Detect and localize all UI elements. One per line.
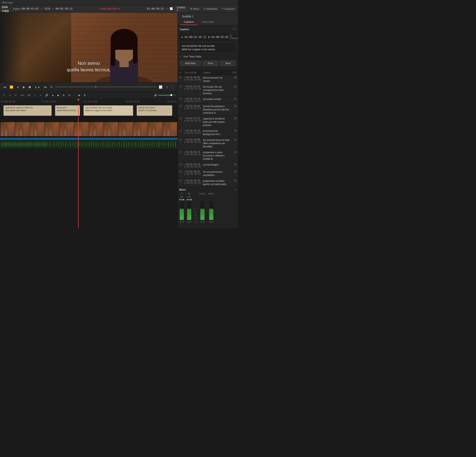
go-to-start-button[interactable]: ⏮ [2, 85, 7, 89]
project-name[interactable]: Final Edit SVA [100, 7, 117, 10]
loop-button[interactable]: ↻ [49, 85, 54, 89]
thumb-2 [15, 122, 30, 136]
add-new-button[interactable]: Add New [180, 60, 201, 66]
caption-row[interactable]: 40 ▶ 01:01:22:15 ⏹ 01:01:25:12 capacità … [178, 116, 238, 128]
subtitle-clip-3[interactable]: non provenivo da una scuoladella Ivy Lea… [84, 105, 133, 116]
metadata-button[interactable]: 🏷 Metadata [203, 7, 219, 11]
magnet-tool[interactable]: 🔗 [44, 93, 50, 97]
ripple-tool[interactable]: ≈ [39, 93, 42, 97]
project-dropdown-icon[interactable]: ▾ [119, 7, 120, 10]
caption-row[interactable]: 43 ▶ 01:01:32:12 ⏹ 01:01:35:11 prosperar… [178, 150, 238, 162]
col-header-time: Time In/Out [184, 71, 203, 74]
caption-row[interactable]: 39 ▶ 01:01:19:02 ⏹ 01:01:22:13 Quindi l'… [178, 104, 238, 116]
fader-m1[interactable] [187, 201, 191, 220]
svg-rect-43 [41, 143, 41, 145]
zoom-out-btn[interactable]: ⊖ [67, 93, 72, 97]
caption-row[interactable]: 46 ▶ 01:01:39:15 ⏹ 01:01:41:19 programma… [178, 178, 238, 187]
caption-detail-area: Caption ⓘ ▶ 01:00:51:20 ⬛ ⏹ 01:00:55:02 … [178, 25, 238, 70]
mixer-menu-icon[interactable]: ••• [234, 188, 237, 191]
cap-time-col: ▶ 01:01:22:15 ⏹ 01:01:25:12 [184, 117, 203, 122]
thumb-12 [163, 122, 177, 136]
fader-audio1[interactable] [200, 201, 204, 220]
playback-controls: ⏮ ⏪ ⏴ ▶ ⏹ ⏵⏵ ⏭ ↻ ⬜ ◇ ⛶ [0, 82, 178, 92]
prev-frame-button[interactable]: ⏪ [8, 85, 14, 89]
razor-tool[interactable]: ✂ [14, 93, 18, 97]
add-marker[interactable]: ◆ [77, 93, 81, 97]
mixer-button[interactable]: ⚙ Mixer [189, 7, 201, 11]
caption-row[interactable]: 38 ▶ 01:01:17:21 ⏹ 01:01:18:17 ma anche … [178, 96, 238, 104]
svg-rect-30 [26, 142, 26, 147]
caption-row[interactable]: 36 ▶ 01:01:14:02 ⏹ 01:01:15:08 alcune pe… [178, 75, 238, 84]
roll-tool[interactable]: ⟺ [19, 93, 25, 97]
extend-edit[interactable]: ⊕ [83, 93, 87, 97]
svg-rect-59 [73, 143, 73, 146]
fullscreen-btn[interactable]: ⛶ [170, 85, 175, 89]
zoom-in-btn[interactable]: ⊕ [61, 93, 66, 97]
svg-rect-83 [128, 143, 129, 146]
caption-text-area[interactable]: non provenivo da una scuola della Ivy Le… [180, 42, 236, 53]
subtitle-clip-2[interactable]: Non avevoquella laurea tecnica, [55, 105, 80, 116]
scrubber-position [95, 85, 96, 88]
safe-area-button[interactable]: ⬜ [158, 85, 163, 89]
use-track-style-label[interactable]: Use Track Style [183, 55, 201, 58]
cap-time-in: ▶ 01:01:32:12 [184, 151, 203, 153]
marker-button[interactable]: ◇ [165, 85, 169, 89]
cap-time-out: ⏹ 01:01:15:08 [184, 79, 203, 81]
scrubber-bar[interactable] [55, 86, 156, 87]
cap-text: capacità di vendita di base per tutte qu… [203, 117, 230, 127]
col-header-num: # [179, 71, 184, 74]
volume-slider[interactable] [158, 95, 172, 95]
subtitle-clip-1[interactable]: Quando ho saputo di SBA eratutto quello … [3, 105, 51, 116]
caption-list-header: # Time In/Out Caption CPS [178, 70, 238, 75]
play-button[interactable]: ▶ [22, 85, 26, 89]
caption-row[interactable]: 42 ▶ 01:01:29:06 ⏹ 01:01:32:10 tua azien… [178, 137, 238, 150]
caption-tc-in[interactable]: 01:00:51:20 [185, 35, 202, 39]
color-btn[interactable]: ■ [51, 93, 55, 97]
cap-time-col: ▶ 01:01:29:06 ⏹ 01:01:32:10 [184, 139, 203, 143]
svg-rect-55 [63, 143, 63, 146]
fader-a1[interactable] [180, 201, 184, 220]
mixer-header: Mixer ••• [179, 188, 237, 191]
caption-info-icon[interactable]: ⓘ [233, 27, 236, 31]
stop-button[interactable]: ⏹ [27, 85, 32, 89]
cap-time-out: ⏹ 01:01:25:12 [184, 119, 203, 122]
channel-a1-eq[interactable]: EQ [180, 196, 183, 198]
caption-row[interactable]: 41 ▶ 01:01:25:15 ⏹ 01:01:29:03 provenien… [178, 128, 238, 137]
go-to-end-button[interactable]: ⏭ [43, 85, 48, 89]
fullscreen-icon[interactable]: ⬜ [170, 7, 173, 10]
channel-m1-eq[interactable]: EQ [187, 196, 191, 198]
caption-row[interactable]: 45 ▶ 01:01:36:13 ⏹ 01:01:39:12 Ho una pe… [178, 169, 238, 178]
right-panel: Subtitle 1 Captions Track Style Caption … [178, 13, 238, 228]
selection-tool[interactable]: ↖ [2, 93, 6, 97]
svg-rect-64 [84, 143, 85, 145]
svg-rect-18 [12, 143, 12, 145]
color-btn2[interactable]: ■ [56, 93, 60, 97]
subtitle-clip-4[interactable]: niente da perdere,quindi ci ho provato. [137, 105, 172, 116]
go-backward-button[interactable]: ⏴ [16, 85, 20, 89]
thumb-11 [148, 122, 162, 136]
fader-main1[interactable] [209, 201, 213, 220]
channel-m1-label: M1 [188, 193, 191, 195]
svg-rect-15 [8, 142, 8, 147]
next-frame-button[interactable]: ⏵⏵ [34, 85, 42, 89]
svg-rect-37 [34, 142, 34, 147]
cap-time-in: ▶ 01:01:22:15 [184, 117, 203, 119]
timeline-ruler[interactable]: 01:00:48:00 01:00:50:00 01:00:52:00 01:0… [0, 99, 178, 104]
inspector-button[interactable]: ✂ Inspector [221, 7, 236, 11]
next-button[interactable]: Next [220, 60, 236, 66]
title-bar: SVA copy [0, 0, 238, 5]
ruler-mark-4: 01:00:54:00 [126, 101, 139, 103]
slide-tool[interactable]: ↔ [33, 93, 37, 97]
caption-row[interactable]: 37 ▶ 01:01:15:10 ⏹ 01:01:17:19 Ho trovat… [178, 84, 238, 96]
caption-row[interactable]: 44 ▶ 01:01:35:14 ⏹ 01:01:36:10 cui hai b… [178, 162, 238, 169]
dot-green-4 [188, 199, 190, 200]
svg-rect-79 [119, 142, 120, 147]
tab-track-style[interactable]: Track Style [197, 19, 218, 25]
tab-captions[interactable]: Captions [180, 19, 197, 25]
cap-time-out: ⏹ 01:01:41:19 [184, 182, 203, 184]
trim-tool[interactable]: ⇿ [8, 93, 12, 97]
caption-tc-out[interactable]: 01:00:55:02 [212, 35, 229, 39]
slip-tool[interactable]: ⇄ [27, 93, 31, 97]
prev-button[interactable]: Prev [203, 60, 219, 66]
audio-track [0, 140, 178, 149]
